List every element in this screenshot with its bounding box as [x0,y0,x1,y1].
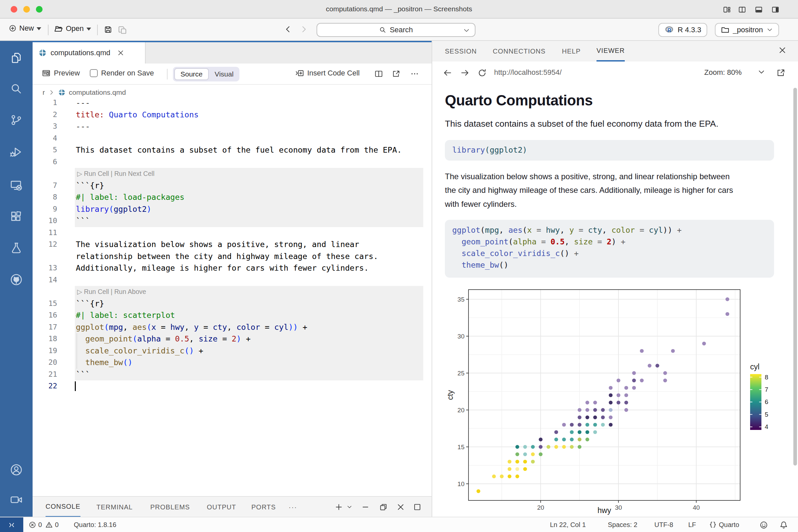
insert-code-cell-button[interactable]: Insert Code Cell [295,69,360,77]
sidebar-item-search[interactable] [10,82,23,95]
line-number: 10 [33,215,57,226]
tab-computations-qmd[interactable]: computations.qmd [33,42,146,63]
warning-icon [45,521,53,529]
notifications-bell-icon[interactable] [779,521,788,529]
breadcrumb[interactable]: r computations.qmd [33,85,432,100]
sidebar-item-source-control[interactable] [10,114,23,126]
panel-tab-terminal[interactable]: TERMINAL [96,497,133,517]
search-icon [379,26,386,34]
save-icon[interactable] [104,25,112,34]
viewer-back-icon[interactable] [443,68,452,77]
panel-bottom-icon[interactable] [755,6,763,14]
panel-more-tabs[interactable]: ··· [289,497,297,517]
sidebar-item-camera[interactable] [10,493,23,506]
maximize-icon[interactable] [413,503,422,511]
svg-text:35: 35 [457,296,464,303]
visual-label: Visual [215,70,234,78]
nav-back-icon[interactable] [283,25,292,34]
code-line: 16#| label: scatterplot [33,309,432,321]
problems-status[interactable]: 0 0 [28,517,58,532]
viewer-scrollbar[interactable] [793,88,797,466]
viewer-tab-help[interactable]: HELP [562,41,581,61]
open-in-window-icon[interactable] [776,68,785,77]
viewer-zoom-select[interactable]: Zoom: 80% [704,68,742,77]
cursor-position-status[interactable]: Ln 22, Col 1 [550,517,586,532]
feedback-smiley-icon[interactable] [759,521,768,529]
svg-text:cyl: cyl [750,362,759,371]
viewer-tab-session[interactable]: SESSION [445,41,477,61]
viewer-reload-icon[interactable] [477,68,487,77]
sidebar-item-extensions[interactable] [10,210,23,223]
error-icon [28,521,36,529]
code-lens[interactable]: ▷ Run Cell | Run Above [33,286,432,297]
new-button[interactable]: New [8,24,41,33]
close-tab-icon[interactable] [117,49,125,57]
preview-button[interactable]: Preview [42,69,80,77]
viewer-url[interactable]: http://localhost:5954/ [494,68,562,77]
open-external-icon[interactable] [392,70,400,78]
chevron-down-icon[interactable] [346,504,353,510]
source-mode-button[interactable]: Source [174,68,209,80]
viewer-tab-viewer[interactable]: VIEWER [596,41,625,61]
close-pane-icon[interactable] [778,46,787,55]
line-number: 16 [33,309,57,321]
more-actions-icon[interactable] [410,70,419,78]
code-line: 9library(ggplot2) [33,204,432,215]
workspace-button[interactable]: _positron [715,23,779,37]
line-number: 14 [33,274,57,286]
plus-icon[interactable] [335,503,343,511]
interpreter-label: R 4.3.3 [678,25,701,34]
quarto-file-icon [39,49,46,57]
open-label: Open [66,24,84,33]
search-placeholder: Search [390,25,413,34]
svg-text:7: 7 [765,386,768,393]
sidebar-item-explorer[interactable] [10,51,23,64]
code-editor[interactable]: 1---2title: Quarto Computations3---45Thi… [33,100,432,496]
chevron-down-icon[interactable] [757,68,765,76]
breadcrumb-folder[interactable]: r [42,89,45,96]
eol-status[interactable]: LF [688,517,696,532]
panel-tab-output[interactable]: OUTPUT [207,497,236,517]
viewer-tab-connections[interactable]: CONNECTIONS [493,41,546,61]
nav-forward-icon[interactable] [299,25,308,34]
restore-icon[interactable] [379,503,388,511]
sidebar-item-testing[interactable] [10,241,23,254]
panel-tab-ports[interactable]: PORTS [251,497,276,517]
render-on-save-checkbox[interactable]: Render on Save [90,69,154,77]
text-cursor [75,381,76,391]
insert-cell-label: Insert Code Cell [307,69,360,77]
minimize-icon[interactable] [361,503,370,511]
viewer-code-block: library(ggplot2) [445,140,774,160]
save-all-icon[interactable] [118,25,127,35]
split-editor-icon[interactable] [374,70,383,78]
line-number: 22 [33,380,57,392]
panel-tab-console[interactable]: CONSOLE [45,497,80,517]
split-editor-icon[interactable] [738,6,746,14]
encoding-status[interactable]: UTF-8 [654,517,673,532]
code-line: 15```{r} [33,298,432,309]
viewer-content: Quarto Computations This dataset contain… [432,84,798,517]
close-icon[interactable] [396,503,405,511]
code-line: 14 [33,274,432,286]
open-button[interactable]: Open [54,24,91,33]
breadcrumb-file[interactable]: computations.qmd [69,89,126,96]
sidebar-right-icon[interactable] [772,6,779,14]
code-lens[interactable]: ▷ Run Cell | Run Next Cell [33,168,432,179]
indentation-status[interactable]: Spaces: 2 [608,517,638,532]
viewer-heading: Quarto Computations [445,92,593,109]
search-input[interactable]: Search [317,23,475,37]
layout-customize-icon[interactable] [723,6,731,14]
sidebar-item-github[interactable] [10,273,23,286]
quarto-version-status[interactable]: Quarto: 1.8.16 [74,517,116,532]
sidebar-item-run-debug[interactable] [10,146,23,158]
viewer-forward-icon[interactable] [460,68,470,77]
visual-mode-button[interactable]: Visual [210,68,238,80]
panel-tab-problems[interactable]: PROBLEMS [150,497,190,517]
language-mode-status[interactable]: Quarto [709,517,739,532]
sidebar-item-account[interactable] [10,463,23,476]
svg-text:cty: cty [446,390,455,400]
remote-indicator[interactable] [0,517,23,532]
sidebar-item-console[interactable] [10,179,23,191]
interpreter-button[interactable]: R R 4.3.3 [658,23,707,37]
code-line: 8#| label: load-packages [33,191,432,203]
